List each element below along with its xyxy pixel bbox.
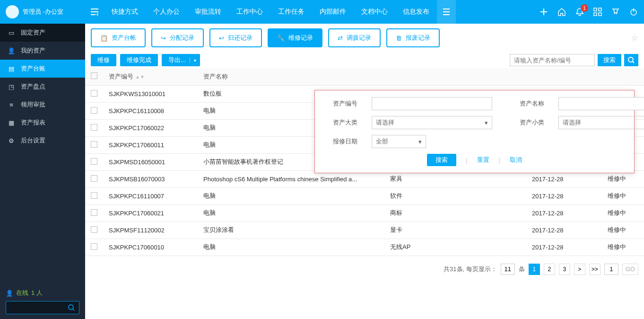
filter-cancel-link[interactable]: 取消 bbox=[510, 156, 522, 164]
sidebar-item-settings[interactable]: ⚙后台设置 bbox=[0, 132, 85, 150]
apps-icon[interactable] bbox=[592, 6, 603, 18]
page-3[interactable]: 3 bbox=[559, 264, 570, 275]
cell-code: SJKPKPC17060021 bbox=[103, 204, 198, 222]
filter-search-button[interactable]: 搜索 bbox=[427, 154, 456, 166]
menu-publish[interactable]: 信息发布 bbox=[395, 0, 437, 24]
row-checkbox[interactable] bbox=[91, 107, 97, 114]
row-checkbox[interactable] bbox=[91, 175, 97, 182]
toolbar: 维修 维修完成 导出... 搜索 bbox=[85, 52, 644, 68]
top-icons: 1 bbox=[538, 6, 639, 18]
bell-icon[interactable]: 1 bbox=[574, 6, 585, 18]
cell-code: SJKPKPC16110007 bbox=[103, 187, 198, 204]
sort-icon[interactable]: ▲▼ bbox=[135, 74, 145, 80]
tab-ledger[interactable]: 📋资产台帐 bbox=[91, 28, 146, 47]
allocate-icon: ↪ bbox=[161, 35, 166, 42]
repair-button[interactable]: 维修 bbox=[91, 54, 116, 66]
search-expand-button[interactable] bbox=[624, 54, 638, 66]
filter-date-select[interactable]: 全部▾ bbox=[372, 135, 426, 148]
chevron-down-icon: ▾ bbox=[485, 119, 488, 126]
table-row[interactable]: SJKPKPC17060010电脑无线AP2017-12-28维修中 bbox=[85, 239, 644, 256]
page-last[interactable]: >> bbox=[589, 264, 600, 275]
sidebar-item-approval[interactable]: ≡领用审批 bbox=[0, 96, 85, 114]
sidebar-search[interactable] bbox=[6, 301, 79, 314]
tab-scrap[interactable]: 🗑报废记录 bbox=[386, 28, 440, 47]
cell-status: 维修中 bbox=[602, 239, 644, 256]
cell-code: SJKPMSF11120002 bbox=[103, 222, 198, 239]
sidebar-item-fixed-assets[interactable]: ▭固定资产 bbox=[0, 24, 85, 42]
menu-approval[interactable]: 审批流转 bbox=[187, 0, 229, 24]
row-checkbox[interactable] bbox=[91, 192, 97, 199]
select-all-checkbox[interactable] bbox=[91, 72, 97, 79]
repair-done-button[interactable]: 维修完成 bbox=[120, 54, 158, 66]
table-row[interactable]: SJKPKPC16110007电脑软件2017-12-28维修中 bbox=[85, 187, 644, 204]
page-next[interactable]: > bbox=[574, 264, 585, 275]
menu-personal[interactable]: 个人办公 bbox=[146, 0, 187, 24]
tab-return[interactable]: ↩归还记录 bbox=[209, 28, 262, 47]
svg-rect-1 bbox=[599, 8, 601, 11]
tab-row: 📋资产台帐 ↪分配记录 ↩归还记录 🔧维修记录 ⇄调拨记录 🗑报废记录 ☆ bbox=[85, 24, 644, 52]
row-checkbox[interactable] bbox=[91, 158, 97, 165]
favorite-icon[interactable]: ☆ bbox=[631, 33, 638, 43]
sidebar-item-inventory[interactable]: ◳资产盘点 bbox=[0, 78, 85, 96]
asset-icon: ▭ bbox=[8, 29, 15, 36]
menu-tasks[interactable]: 工作任务 bbox=[270, 0, 312, 24]
menu-mail[interactable]: 内部邮件 bbox=[312, 0, 354, 24]
search-button[interactable]: 搜索 bbox=[598, 54, 621, 66]
filter-cat-select[interactable]: 请选择▾ bbox=[372, 116, 492, 129]
row-checkbox[interactable] bbox=[91, 243, 97, 250]
sidebar-item-report[interactable]: ▦资产报表 bbox=[0, 114, 85, 132]
cell-name: 电脑 bbox=[198, 187, 384, 204]
goto-input[interactable] bbox=[604, 264, 618, 275]
row-checkbox[interactable] bbox=[91, 141, 97, 148]
svg-rect-3 bbox=[599, 13, 601, 16]
filter-subcat-select[interactable]: 请选择▾ bbox=[558, 116, 644, 129]
tab-transfer[interactable]: ⇄调拨记录 bbox=[328, 28, 381, 47]
cell-code: SJKPKPC16110008 bbox=[103, 102, 198, 119]
menu-docs[interactable]: 文档中心 bbox=[354, 0, 395, 24]
report-icon: ▦ bbox=[8, 119, 15, 126]
tab-allocate[interactable]: ↪分配记录 bbox=[151, 28, 204, 47]
filter-name-input[interactable] bbox=[558, 97, 644, 110]
sidebar-item-ledger[interactable]: ▤资产台账 bbox=[0, 60, 85, 78]
menu-toggle-icon[interactable] bbox=[85, 0, 104, 24]
search-input[interactable] bbox=[510, 54, 595, 66]
online-status: 👤在线 1 人 bbox=[6, 289, 79, 297]
menu-quick[interactable]: 快捷方式 bbox=[104, 0, 146, 24]
cell-status: 维修中 bbox=[602, 187, 644, 204]
inventory-icon: ◳ bbox=[8, 83, 15, 90]
svg-point-6 bbox=[628, 57, 633, 62]
chevron-down-icon: ▾ bbox=[418, 138, 422, 145]
theme-icon[interactable] bbox=[610, 6, 621, 18]
cell-cat: 软件 bbox=[384, 187, 526, 204]
plus-icon[interactable] bbox=[538, 6, 549, 18]
table-row[interactable]: SJKPMSF11120002宝贝涂涂看显卡2017-12-28维修中 bbox=[85, 222, 644, 239]
go-button[interactable]: GO bbox=[622, 264, 638, 275]
row-checkbox[interactable] bbox=[91, 124, 97, 131]
filter-reset-link[interactable]: 重置 bbox=[477, 156, 489, 164]
cell-code: SJKPKPC17060010 bbox=[103, 239, 198, 256]
cell-status: 维修中 bbox=[602, 222, 644, 239]
home-icon[interactable] bbox=[556, 6, 567, 18]
cell-code: SJKPKPC17060022 bbox=[103, 119, 198, 136]
page-2[interactable]: 2 bbox=[544, 264, 555, 275]
menu-more-icon[interactable] bbox=[437, 0, 456, 24]
menu-workcenter[interactable]: 工作中心 bbox=[229, 0, 270, 24]
power-icon[interactable] bbox=[628, 6, 639, 18]
tab-maintain[interactable]: 🔧维修记录 bbox=[268, 28, 322, 47]
filter-code-input[interactable] bbox=[372, 97, 492, 110]
table-row[interactable]: SJKPKPC17060021电脑商标2017-12-28维修中 bbox=[85, 204, 644, 222]
row-checkbox[interactable] bbox=[91, 226, 97, 233]
pagination: 共31条, 每页显示： 条 1 2 3 > >> GO bbox=[85, 256, 644, 283]
page-1[interactable]: 1 bbox=[529, 264, 540, 275]
export-button[interactable]: 导出... bbox=[162, 54, 200, 66]
row-checkbox[interactable] bbox=[91, 90, 97, 97]
cell-date: 2017-12-28 bbox=[526, 204, 602, 222]
per-page-input[interactable] bbox=[501, 264, 515, 275]
svg-point-5 bbox=[69, 305, 73, 310]
sidebar-item-my-assets[interactable]: 👤我的资产 bbox=[0, 42, 85, 60]
wrench-icon: 🔧 bbox=[277, 35, 285, 42]
sidebar: ▭固定资产 👤我的资产 ▤资产台账 ◳资产盘点 ≡领用审批 ▦资产报表 ⚙后台设… bbox=[0, 24, 85, 319]
user-icon: 👤 bbox=[8, 47, 15, 54]
row-checkbox[interactable] bbox=[91, 209, 97, 216]
avatar[interactable] bbox=[6, 5, 19, 18]
